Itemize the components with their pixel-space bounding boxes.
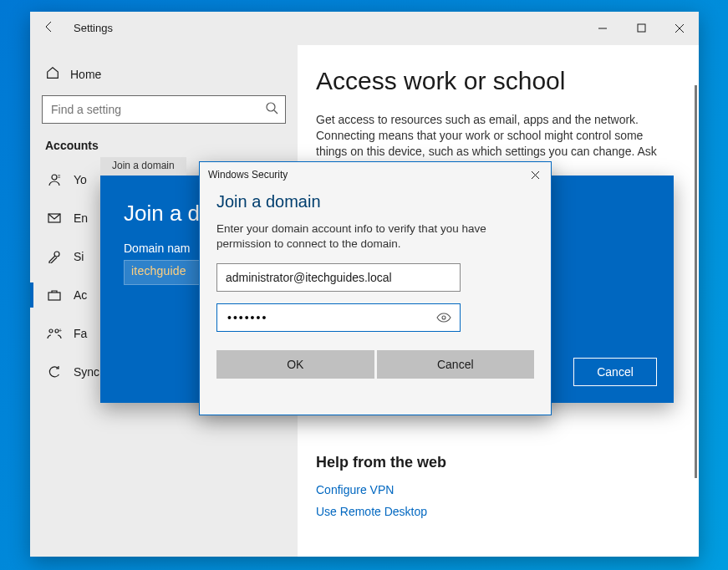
titlebar: Settings [30, 12, 699, 45]
mail-icon [47, 213, 62, 223]
nav-home-label: Home [70, 68, 101, 81]
svg-point-16 [442, 316, 445, 319]
password-value[interactable] [226, 310, 436, 325]
user-icon: ≡ [47, 173, 62, 186]
sidebar-item-label: Fa [74, 327, 87, 340]
svg-text:+: + [59, 328, 62, 333]
link-remote-desktop[interactable]: Use Remote Desktop [316, 505, 674, 518]
maximize-button[interactable] [622, 12, 660, 45]
password-field[interactable] [216, 303, 461, 332]
svg-point-11 [49, 329, 53, 333]
username-field[interactable]: administrator@itechguides.local [216, 263, 461, 292]
cancel-button[interactable]: Cancel [377, 350, 535, 379]
sync-icon [47, 365, 62, 379]
family-icon: + [47, 328, 62, 339]
briefcase-icon [47, 289, 62, 301]
back-button[interactable] [30, 20, 69, 36]
sidebar-item-label: En [74, 211, 88, 225]
help-section-title: Help from the web [316, 454, 674, 471]
reveal-password-icon[interactable] [436, 310, 451, 325]
search-field[interactable] [49, 102, 265, 117]
svg-point-4 [267, 103, 275, 111]
ok-button[interactable]: OK [216, 350, 374, 379]
page-description: Get access to resources such as email, a… [316, 112, 674, 160]
nav-home[interactable]: Home [38, 60, 289, 95]
svg-rect-10 [48, 293, 60, 300]
dialog-title: Windows Security [208, 169, 288, 181]
windows-security-dialog: Windows Security Join a domain Enter you… [199, 161, 552, 415]
dialog-heading: Join a domain [216, 192, 534, 211]
wizard-cancel-button[interactable]: Cancel [573, 358, 657, 386]
dialog-prompt: Enter your domain account info to verify… [216, 221, 534, 252]
window-title: Settings [69, 22, 113, 34]
sidebar-item-label: Yo [74, 173, 87, 186]
svg-line-5 [274, 110, 277, 114]
username-value: administrator@itechguides.local [226, 271, 392, 284]
dialog-close-button[interactable] [524, 165, 546, 184]
page-title: Access work or school [316, 67, 674, 95]
key-icon [47, 250, 62, 263]
search-icon [265, 101, 278, 118]
scrollbar[interactable] [695, 85, 697, 478]
home-icon [45, 65, 60, 84]
wizard-tab[interactable]: Join a domain [100, 157, 186, 176]
close-button[interactable] [660, 12, 699, 45]
search-input[interactable] [42, 95, 286, 124]
svg-point-6 [52, 175, 57, 180]
sidebar-item-label: Ac [74, 288, 87, 302]
svg-rect-1 [638, 24, 645, 32]
link-configure-vpn[interactable]: Configure VPN [316, 483, 674, 496]
minimize-button[interactable] [583, 12, 622, 45]
sidebar-item-label: Si [74, 250, 84, 263]
svg-text:≡: ≡ [58, 174, 61, 179]
